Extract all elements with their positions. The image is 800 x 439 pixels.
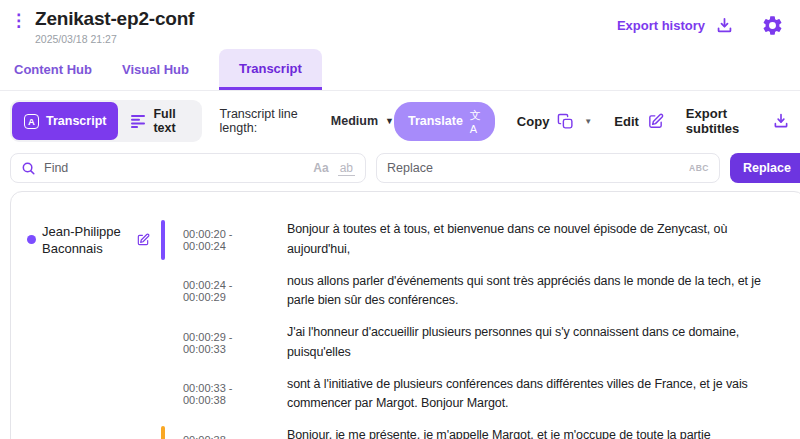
download-icon	[715, 16, 734, 35]
transcript-row: 00:00:24 - 00:00:29 nous allons parler d…	[27, 272, 789, 312]
tab-content-hub[interactable]: Content Hub	[14, 50, 92, 90]
transcript-panel: Jean-Philippe Baconnais 00:00:20 - 00:00…	[10, 191, 800, 439]
edit-pencil-icon	[647, 113, 664, 130]
edit-speaker-icon[interactable]	[136, 233, 150, 247]
segment-text[interactable]: Bonjour à toutes et à tous, et bienvenue…	[287, 220, 789, 260]
replace-input[interactable]	[387, 161, 689, 175]
copy-options-caret-icon[interactable]: ▼	[584, 117, 592, 126]
speaker-color-dot	[27, 235, 36, 244]
replace-button-label: Replace	[730, 153, 800, 183]
speaker-bar	[161, 426, 165, 439]
find-replace-bar: Aa ab ABC Replace ▼	[10, 153, 800, 183]
page-title: Zenikast-ep2-conf	[35, 8, 194, 30]
translate-label: Translate	[408, 114, 463, 128]
segment-timestamp: 00:00:38 - 00:00:45	[183, 434, 275, 439]
whole-word-toggle[interactable]: ab	[338, 161, 355, 176]
export-history-label: Export history	[617, 18, 705, 33]
view-mode-toggle: A Transcript Full text	[10, 100, 202, 142]
replace-button[interactable]: Replace ▼	[730, 153, 800, 183]
chevron-down-icon: ▼	[385, 116, 394, 126]
letter-a-icon: A	[24, 114, 39, 129]
segment-timestamp: 00:00:33 - 00:00:38	[183, 382, 275, 406]
find-input[interactable]	[44, 161, 313, 175]
tab-bar: Content Hub Visual Hub Transcript	[0, 49, 800, 91]
segment-text[interactable]: sont à l'initiative de plusieurs confére…	[287, 375, 789, 415]
copy-icon	[557, 113, 574, 130]
transcript-view-button[interactable]: A Transcript	[12, 102, 118, 140]
edit-button[interactable]: Edit	[614, 113, 664, 130]
line-length-value: Medium	[331, 114, 378, 128]
translate-button[interactable]: Translate 文A	[394, 102, 495, 141]
segment-timestamp: 00:00:29 - 00:00:33	[183, 331, 275, 355]
search-icon	[21, 161, 36, 176]
speaker-name: Jean-Philippe Baconnais	[42, 223, 128, 257]
transcript-row: 00:00:29 - 00:00:33 J'ai l'honneur d'acc…	[27, 323, 789, 363]
speaker-bar	[161, 220, 165, 260]
export-subtitles-label: Export subtitles	[686, 106, 764, 136]
transcript-row: Margaux Pirat 00:00:38 - 00:00:45 Bonjou…	[27, 426, 789, 439]
tab-visual-hub[interactable]: Visual Hub	[122, 50, 189, 90]
kebab-menu-icon[interactable]: ⋮	[10, 12, 27, 29]
segment-text[interactable]: Bonjour, je me présente, je m'appelle Ma…	[287, 426, 789, 439]
line-length-dropdown[interactable]: Transcript line length: Medium ▼	[220, 107, 394, 135]
download-icon	[772, 112, 790, 130]
transcript-toolbar: A Transcript Full text Transcript line l…	[0, 91, 800, 146]
line-length-label: Transcript line length:	[220, 107, 326, 135]
fulltext-view-button[interactable]: Full text	[118, 102, 199, 140]
replace-box: ABC	[376, 153, 720, 183]
segment-timestamp: 00:00:24 - 00:00:29	[183, 279, 275, 303]
settings-gear-icon[interactable]	[761, 14, 784, 37]
text-lines-icon	[130, 114, 146, 128]
find-box: Aa ab	[10, 153, 366, 183]
export-history-link[interactable]: Export history	[617, 16, 734, 35]
segment-text[interactable]: J'ai l'honneur d'accueillir plusieurs pe…	[287, 323, 789, 363]
transcript-view-label: Transcript	[46, 114, 106, 128]
segment-timestamp: 00:00:20 - 00:00:24	[183, 228, 275, 252]
translate-icon: 文A	[470, 108, 481, 135]
copy-label: Copy	[517, 114, 550, 129]
edit-label: Edit	[614, 114, 639, 129]
preserve-case-toggle[interactable]: ABC	[689, 163, 709, 173]
transcript-row: Jean-Philippe Baconnais 00:00:20 - 00:00…	[27, 220, 789, 260]
transcript-row: 00:00:33 - 00:00:38 sont à l'initiative …	[27, 375, 789, 415]
created-date: 2025/03/18 21:27	[35, 33, 194, 45]
export-subtitles-button[interactable]: Export subtitles	[686, 106, 790, 136]
segment-text[interactable]: nous allons parler d'événements qui sont…	[287, 272, 789, 312]
header: ⋮ Zenikast-ep2-conf 2025/03/18 21:27 Exp…	[0, 0, 800, 47]
copy-button[interactable]: Copy ▼	[517, 113, 592, 130]
speaker-cell: Jean-Philippe Baconnais	[27, 223, 161, 257]
tab-transcript[interactable]: Transcript	[219, 49, 322, 90]
match-case-toggle[interactable]: Aa	[313, 161, 328, 175]
fulltext-view-label: Full text	[153, 107, 187, 135]
